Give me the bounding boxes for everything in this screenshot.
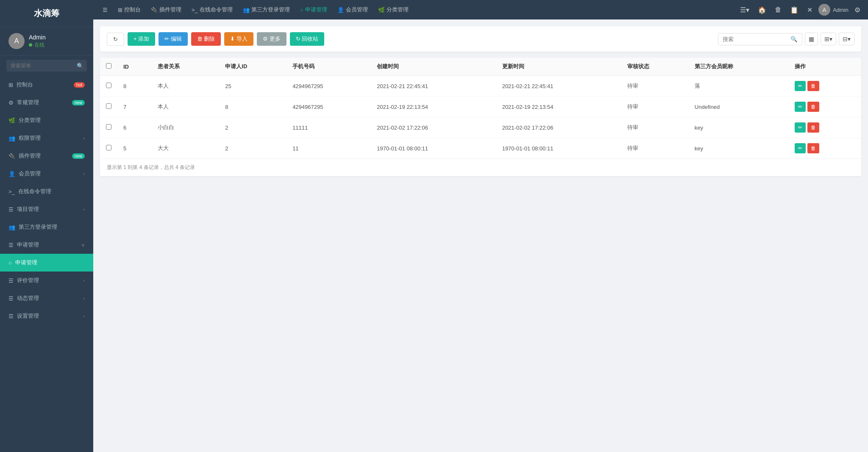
col-status: 审核状态	[621, 58, 689, 76]
search-input[interactable]	[718, 33, 786, 45]
search-button[interactable]: 🔍	[786, 33, 802, 45]
cell-applicant-id: 25	[219, 76, 287, 97]
chevron-icon: ‹	[83, 278, 85, 283]
sidebar-item-general[interactable]: ⚙常规管理 new	[0, 94, 93, 111]
recycle-button[interactable]: ↻ 回收站	[290, 32, 325, 46]
topnav-trash-icon[interactable]: 🗑	[772, 4, 784, 15]
topnav-toggle[interactable]: ☰	[98, 4, 112, 16]
topnav-menu-icon[interactable]: ☰▾	[737, 4, 752, 16]
apply-active-icon: ○	[8, 260, 12, 266]
sidebar-item-dashboard[interactable]: ⊞控制台 hot	[0, 76, 93, 94]
topnav-thirdlogin[interactable]: 👥 第三方登录管理	[239, 3, 294, 16]
table-row: 6 小白白 2 11111 2021-02-02 17:22:06 2021-0…	[100, 117, 861, 138]
sidebar-item-label: 评价管理	[17, 277, 39, 284]
sidebar-item-label: 申请管理	[15, 259, 37, 266]
row-checkbox[interactable]	[106, 83, 111, 88]
row-checkbox[interactable]	[106, 124, 111, 130]
sidebar-item-apply-active[interactable]: ○申请管理	[0, 254, 93, 272]
import-button[interactable]: ⬇ 导入	[224, 32, 253, 46]
sidebar-item-member[interactable]: 👤会员管理 ‹	[0, 165, 93, 183]
topnav-command-icon: >_	[192, 7, 198, 13]
delete-row-button[interactable]: 🗑	[807, 102, 819, 112]
data-table: ID 患者关系 申请人ID 手机号码 创建时间 更新时间 审核状态 第三方会员昵…	[100, 58, 861, 158]
refresh-button[interactable]: ↻	[107, 33, 124, 46]
data-table-wrap: ID 患者关系 申请人ID 手机号码 创建时间 更新时间 审核状态 第三方会员昵…	[100, 58, 861, 176]
topnav-command[interactable]: >_ 在线命令管理	[187, 3, 237, 16]
cell-phone: 4294967295	[287, 97, 371, 117]
table-row: 5 大大 2 11 1970-01-01 08:00:11 1970-01-01…	[100, 138, 861, 159]
sidebar-item-command[interactable]: >_在线命令管理	[0, 183, 93, 200]
topnav-thirdlogin-icon: 👥	[243, 7, 250, 13]
sidebar-online-status: 在线	[29, 42, 46, 49]
topnav-home-icon[interactable]: 🏠	[755, 4, 769, 16]
edit-row-button[interactable]: ✏	[795, 81, 806, 91]
cell-status: 待审	[621, 97, 689, 117]
table-header-row: ID 患者关系 申请人ID 手机号码 创建时间 更新时间 审核状态 第三方会员昵…	[100, 58, 861, 76]
sidebar-item-thirdlogin[interactable]: 👥第三方登录管理	[0, 218, 93, 236]
table-row: 8 本人 25 4294967295 2021-02-21 22:45:41 2…	[100, 76, 861, 97]
topnav-settings-icon[interactable]: ⚙	[852, 4, 863, 16]
hamburger-icon: ☰	[103, 7, 108, 13]
view-grid-button[interactable]: ⊞▾	[821, 33, 836, 45]
member-icon: 👤	[8, 171, 15, 177]
sidebar-search-input[interactable]	[6, 60, 87, 72]
sidebar-item-plugin[interactable]: 🔌插件管理 new	[0, 147, 93, 165]
cell-relation: 大大	[152, 138, 219, 159]
badge-new: new	[72, 100, 85, 105]
topnav-apply[interactable]: ○ 申请管理	[296, 3, 331, 16]
app-logo: 水滴筹	[0, 0, 93, 27]
cell-created: 2021-02-19 22:13:54	[371, 97, 496, 117]
topnav-close-icon[interactable]: ✕	[804, 4, 815, 16]
select-all-checkbox[interactable]	[106, 63, 111, 69]
edit-row-button[interactable]: ✏	[795, 143, 806, 153]
topnav-copy-icon[interactable]: 📋	[787, 4, 801, 16]
sidebar-username: Admin	[29, 34, 46, 41]
sidebar-item-label: 申请管理	[17, 241, 39, 249]
row-checkbox[interactable]	[106, 145, 111, 150]
cell-relation: 本人	[152, 97, 219, 117]
delete-row-button[interactable]: 🗑	[807, 81, 819, 91]
edit-row-button[interactable]: ✏	[795, 102, 806, 112]
delete-row-button[interactable]: 🗑	[807, 143, 819, 153]
avatar: A	[8, 33, 25, 49]
topnav-plugin[interactable]: 🔌 插件管理	[147, 3, 186, 16]
view-list-button[interactable]: ▦	[805, 33, 818, 45]
row-checkbox[interactable]	[106, 103, 111, 109]
topnav-user[interactable]: A Admin	[818, 4, 849, 16]
edit-row-button[interactable]: ✏	[795, 122, 806, 133]
add-button[interactable]: + 添加	[128, 32, 155, 46]
sidebar-item-label: 项目管理	[17, 205, 39, 213]
topnav-dashboard[interactable]: ⊞ 控制台	[114, 3, 145, 16]
badge-new-plugin: new	[72, 153, 85, 159]
sidebar-item-label: 设置管理	[17, 312, 39, 320]
sidebar-item-project[interactable]: ☰项目管理 ‹	[0, 200, 93, 218]
delete-row-button[interactable]: 🗑	[807, 122, 819, 133]
topnav-category[interactable]: 🌿 分类管理	[374, 3, 413, 16]
edit-button[interactable]: ✏ 编辑	[159, 32, 188, 46]
delete-button[interactable]: 🗑 删除	[191, 32, 221, 46]
sidebar-item-settings[interactable]: ☰设置管理 ‹	[0, 307, 93, 325]
badge-hot: hot	[74, 82, 85, 88]
sidebar-item-category[interactable]: 🌿分类管理	[0, 111, 93, 129]
cell-phone: 4294967295	[287, 76, 371, 97]
more-button[interactable]: ⚙ 更多	[257, 32, 287, 46]
topnav-right: ☰▾ 🏠 🗑 📋 ✕ A Admin ⚙	[737, 4, 863, 16]
cell-applicant-id: 8	[219, 97, 287, 117]
sidebar-item-permission[interactable]: 👥权限管理 ‹	[0, 129, 93, 147]
cell-status: 待审	[621, 117, 689, 138]
sidebar-item-review[interactable]: ☰评价管理 ‹	[0, 272, 93, 289]
sidebar-item-apply[interactable]: ☰申请管理 ∨	[0, 236, 93, 254]
topnav-item-label: 插件管理	[159, 6, 181, 14]
sidebar-item-dynamic[interactable]: ☰动态管理 ‹	[0, 289, 93, 307]
topnav-item-label: 控制台	[124, 6, 141, 14]
sidebar-item-label: 会员管理	[19, 170, 41, 177]
chevron-down-icon: ∨	[81, 242, 85, 248]
topnav-member[interactable]: 👤 会员管理	[333, 3, 372, 16]
sidebar-menu: ⊞控制台 hot ⚙常规管理 new 🌿分类管理 👥权限管理 ‹ 🔌插件管理 n…	[0, 76, 93, 452]
cell-relation: 本人	[152, 76, 219, 97]
view-sort-button[interactable]: ⊟▾	[839, 33, 854, 45]
col-relation: 患者关系	[152, 58, 219, 76]
dashboard-icon: ⊞	[8, 82, 13, 88]
col-nickname: 第三方会员昵称	[689, 58, 789, 76]
cell-created: 2021-02-21 22:45:41	[371, 76, 496, 97]
